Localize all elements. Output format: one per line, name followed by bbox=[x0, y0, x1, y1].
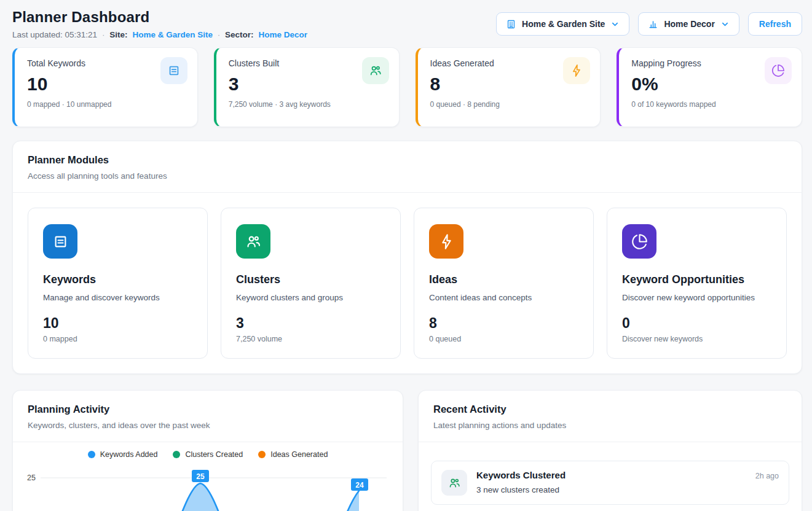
module-title: Keyword Opportunities bbox=[622, 273, 771, 286]
module-value: 10 bbox=[43, 315, 192, 332]
sector-selector-label: Home Decor bbox=[664, 19, 714, 29]
module-title: Clusters bbox=[236, 273, 385, 286]
bottom-row: Planning Activity Keywords, clusters, an… bbox=[12, 390, 802, 511]
data-label-25: 25 bbox=[192, 470, 209, 482]
planning-activity-card: Planning Activity Keywords, clusters, an… bbox=[12, 390, 403, 511]
module-value: 3 bbox=[236, 315, 385, 332]
users-icon bbox=[236, 224, 270, 259]
modules-grid: Keywords Manage and discover keywords 10… bbox=[13, 193, 802, 373]
recent-item-time: 2h ago bbox=[755, 472, 779, 480]
recent-item-body: Keywords Clustered 2h ago 3 new clusters… bbox=[476, 470, 779, 494]
topbar: Planner Dashboard Last updated: 05:31:21… bbox=[12, 9, 802, 39]
topbar-left: Planner Dashboard Last updated: 05:31:21… bbox=[12, 9, 307, 39]
legend-item-keywords-added[interactable]: Keywords Added bbox=[88, 450, 158, 459]
legend-label: Ideas Generated bbox=[270, 450, 328, 459]
legend-label: Keywords Added bbox=[100, 450, 158, 459]
page-title: Planner Dashboard bbox=[12, 9, 307, 26]
stat-card-mapping-progress: Mapping Progress 0% 0 of 10 keywords map… bbox=[617, 47, 802, 127]
module-sub: 0 queued bbox=[429, 335, 578, 343]
planning-activity-title: Planning Activity bbox=[28, 404, 388, 415]
module-title: Ideas bbox=[429, 273, 578, 286]
planning-activity-subtitle: Keywords, clusters, and ideas over the p… bbox=[28, 421, 388, 430]
pie-chart-icon bbox=[622, 224, 656, 259]
module-description: Discover new keyword opportunities bbox=[622, 293, 771, 302]
legend-dot-green bbox=[173, 451, 180, 458]
recent-item-description: 3 new clusters created bbox=[476, 485, 779, 494]
users-icon bbox=[441, 470, 467, 496]
recent-activity-card: Recent Activity Latest planning actions … bbox=[418, 390, 802, 511]
chevron-down-icon bbox=[720, 20, 730, 29]
document-icon bbox=[43, 224, 77, 259]
module-sub: Discover new keywords bbox=[622, 335, 771, 343]
y-axis-tick: 25 bbox=[27, 474, 36, 482]
recent-item-title: Keywords Clustered bbox=[476, 470, 566, 480]
refresh-button[interactable]: Refresh bbox=[748, 12, 802, 36]
area-series-fill bbox=[162, 483, 238, 511]
legend-item-ideas-generated[interactable]: Ideas Generated bbox=[258, 450, 328, 459]
document-icon bbox=[160, 57, 187, 84]
stat-card-ideas-generated: Ideas Generated 8 0 queued · 8 pending bbox=[416, 47, 601, 127]
planner-modules-section: Planner Modules Access all planning tool… bbox=[12, 141, 802, 374]
separator-dot: · bbox=[102, 31, 104, 39]
module-value: 8 bbox=[429, 315, 578, 332]
building-icon bbox=[506, 19, 516, 29]
area-series-fill bbox=[330, 491, 359, 511]
lightning-icon bbox=[429, 224, 463, 259]
last-updated-text: Last updated: 05:31:21 bbox=[12, 30, 97, 39]
svg-text:24: 24 bbox=[355, 481, 364, 490]
recent-activity-header: Recent Activity Latest planning actions … bbox=[419, 391, 802, 442]
sector-label: Sector: bbox=[225, 30, 254, 39]
users-icon bbox=[362, 57, 389, 84]
site-selector-label: Home & Garden Site bbox=[522, 19, 605, 29]
lightning-icon bbox=[563, 57, 590, 84]
module-sub: 0 mapped bbox=[43, 335, 192, 343]
legend-item-clusters-created[interactable]: Clusters Created bbox=[173, 450, 243, 459]
planner-dashboard-page: Planner Dashboard Last updated: 05:31:21… bbox=[0, 0, 812, 511]
module-sub: 7,250 volume bbox=[236, 335, 385, 343]
pie-chart-icon bbox=[765, 57, 792, 84]
module-card-clusters[interactable]: Clusters Keyword clusters and groups 3 7… bbox=[221, 208, 401, 359]
recent-activity-item[interactable]: Keywords Clustered 2h ago 3 new clusters… bbox=[431, 461, 789, 505]
stats-row: Total Keywords 10 0 mapped · 10 unmapped… bbox=[12, 47, 802, 127]
site-label: Site: bbox=[109, 30, 127, 39]
planning-activity-header: Planning Activity Keywords, clusters, an… bbox=[13, 391, 403, 442]
module-description: Manage and discover keywords bbox=[43, 293, 192, 302]
recent-activity-subtitle: Latest planning actions and updates bbox=[433, 421, 787, 430]
stat-sub: 0 mapped · 10 unmapped bbox=[27, 100, 186, 109]
bar-chart-icon bbox=[648, 19, 658, 29]
legend-dot-blue bbox=[88, 451, 95, 458]
recent-activity-list: Keywords Clustered 2h ago 3 new clusters… bbox=[419, 442, 802, 511]
modules-section-title: Planner Modules bbox=[28, 154, 787, 166]
topbar-actions: Home & Garden Site Home Decor Refresh bbox=[496, 12, 802, 36]
data-label-24: 24 bbox=[351, 478, 368, 491]
module-card-ideas[interactable]: Ideas Content ideas and concepts 8 0 que… bbox=[414, 208, 594, 359]
stat-sub: 0 of 10 keywords mapped bbox=[631, 100, 790, 109]
chevron-down-icon bbox=[610, 20, 620, 29]
site-link[interactable]: Home & Garden Site bbox=[132, 30, 213, 39]
recent-activity-title: Recent Activity bbox=[433, 404, 787, 415]
stat-sub: 7,250 volume · 3 avg keywords bbox=[229, 100, 388, 109]
chart-legend: Keywords Added Clusters Created Ideas Ge… bbox=[13, 450, 403, 459]
modules-section-subtitle: Access all planning tools and features bbox=[28, 171, 787, 181]
sector-link[interactable]: Home Decor bbox=[258, 30, 307, 39]
stat-card-total-keywords: Total Keywords 10 0 mapped · 10 unmapped bbox=[12, 47, 198, 127]
site-selector-dropdown[interactable]: Home & Garden Site bbox=[496, 12, 629, 36]
stat-card-clusters-built: Clusters Built 3 7,250 volume · 3 avg ke… bbox=[214, 47, 400, 127]
legend-dot-orange bbox=[258, 451, 266, 458]
module-value: 0 bbox=[622, 315, 771, 332]
modules-section-header: Planner Modules Access all planning tool… bbox=[13, 141, 802, 193]
legend-label: Clusters Created bbox=[185, 450, 243, 459]
meta-line: Last updated: 05:31:21 · Site: Home & Ga… bbox=[12, 30, 307, 39]
module-description: Keyword clusters and groups bbox=[236, 293, 385, 302]
separator-dot: · bbox=[218, 31, 220, 39]
sector-selector-dropdown[interactable]: Home Decor bbox=[638, 12, 739, 36]
module-description: Content ideas and concepts bbox=[429, 293, 578, 302]
module-title: Keywords bbox=[43, 273, 192, 286]
stat-sub: 0 queued · 8 pending bbox=[430, 100, 589, 109]
module-card-keywords[interactable]: Keywords Manage and discover keywords 10… bbox=[28, 208, 208, 359]
svg-text:25: 25 bbox=[196, 472, 205, 481]
module-card-keyword-opportunities[interactable]: Keyword Opportunities Discover new keywo… bbox=[607, 208, 787, 359]
activity-area-chart: 25 25 24 bbox=[13, 464, 392, 511]
